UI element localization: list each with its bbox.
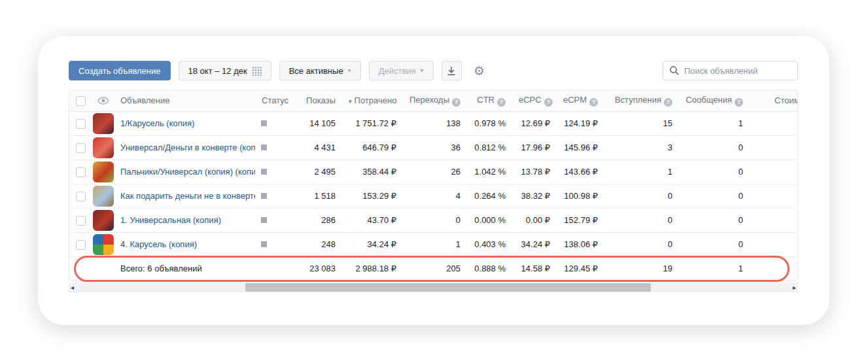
search-icon [669, 65, 680, 76]
total-spent: 2 988.18 ₽ [342, 256, 403, 280]
help-icon[interactable]: ? [589, 98, 598, 107]
chevron-down-icon: ▾ [348, 67, 351, 74]
row-checkbox[interactable] [76, 216, 86, 226]
status-stopped-icon [261, 193, 267, 199]
ad-name-link[interactable]: 4. Карусель (копия) [120, 239, 197, 249]
ad-table-row[interactable]: 1/Карусель (копия) 14 105 1 751.72 ₽ 138… [69, 111, 797, 135]
ad-name-link[interactable]: Как подарить деньги не в конверте [120, 191, 255, 201]
column-header-cost-clipped[interactable]: Стоим [750, 90, 797, 111]
scroll-right-arrow-icon[interactable]: ▸ [793, 283, 796, 292]
table-header-row: Объявление Статус Показы ▾Потрачено Пере… [69, 90, 797, 111]
cell-shows: 286 [296, 208, 342, 232]
cell-joins: 15 [604, 111, 679, 135]
cell-clicks: 4 [403, 184, 467, 208]
column-header-ad[interactable]: Объявление [114, 90, 255, 111]
cell-spent: 358.44 ₽ [342, 160, 403, 184]
column-header-spent[interactable]: ▾Потрачено [342, 90, 403, 111]
ad-thumbnail[interactable] [93, 137, 114, 158]
ad-table-row[interactable]: Универсал/Деньги в конверте (копия) 4 43… [69, 135, 797, 160]
status-stopped-icon [261, 169, 267, 175]
cell-ctr: 0.264 % [467, 184, 512, 208]
cell-ecpm: 100.98 ₽ [557, 184, 604, 208]
export-button[interactable] [442, 61, 462, 80]
horizontal-scrollbar[interactable]: ◂ ▸ [69, 283, 798, 292]
status-stopped-icon [261, 120, 267, 126]
actions-label: Действия [379, 66, 416, 76]
cell-messages: 0 [679, 184, 750, 208]
scroll-left-arrow-icon[interactable]: ◂ [71, 283, 74, 292]
cell-ecpc: 17.96 ₽ [512, 135, 557, 160]
cell-shows: 14 105 [296, 111, 342, 135]
gear-icon: ⚙ [474, 65, 485, 77]
cell-clicks: 138 [403, 111, 467, 135]
cell-ecpm: 145.96 ₽ [557, 135, 604, 160]
cell-spent: 1 751.72 ₽ [342, 111, 403, 135]
row-checkbox[interactable] [76, 119, 86, 129]
ad-table-row[interactable]: Пальчики/Универсал (копия) (копия) 2 495… [69, 160, 797, 184]
create-ad-button[interactable]: Создать объявление [69, 61, 171, 80]
ad-table-row[interactable]: 1. Универсальная (копия) 286 43.70 ₽ 0 0… [69, 208, 797, 232]
row-checkbox[interactable] [76, 240, 86, 250]
search-input[interactable] [663, 61, 798, 80]
column-header-ecpc[interactable]: eCPC? [512, 90, 557, 111]
column-header-clicks[interactable]: Переходы? [403, 90, 467, 111]
help-icon[interactable]: ? [497, 98, 506, 107]
ads-table: Объявление Статус Показы ▾Потрачено Пере… [69, 90, 797, 280]
row-checkbox[interactable] [76, 192, 86, 201]
cell-joins: 1 [604, 160, 679, 184]
ad-name-link[interactable]: Пальчики/Универсал (копия) (копия) [120, 167, 255, 177]
cell-ecpc: 13.78 ₽ [512, 160, 557, 184]
ads-manager-card: Создать объявление 18 окт – 12 дек Все а… [38, 36, 829, 325]
help-icon[interactable]: ? [735, 98, 743, 107]
ad-name-link[interactable]: 1/Карусель (копия) [120, 118, 194, 128]
row-checkbox[interactable] [76, 167, 86, 177]
column-header-ecpm[interactable]: eCPM? [557, 90, 604, 111]
ad-thumbnail[interactable] [93, 234, 114, 255]
settings-button[interactable]: ⚙ [470, 61, 489, 80]
cell-ecpm: 138.06 ₽ [557, 232, 604, 256]
cell-ctr: 1.042 % [467, 160, 512, 184]
date-range-button[interactable]: 18 окт – 12 дек [179, 61, 271, 80]
total-clicks: 205 [403, 256, 467, 280]
column-header-joins[interactable]: Вступления? [604, 90, 679, 111]
ad-table-row[interactable]: Как подарить деньги не в конверте 1 518 … [69, 184, 797, 208]
column-header-status[interactable]: Статус [255, 90, 296, 111]
ad-thumbnail[interactable] [93, 186, 114, 207]
help-icon[interactable]: ? [544, 98, 553, 107]
status-stopped-icon [261, 241, 267, 247]
cell-joins: 3 [604, 135, 679, 160]
row-checkbox[interactable] [76, 143, 86, 153]
actions-dropdown[interactable]: Действия ▾ [369, 61, 434, 80]
ad-table-row[interactable]: 4. Карусель (копия) 248 34.24 ₽ 1 0.403 … [69, 232, 797, 256]
ad-thumbnail[interactable] [93, 210, 114, 231]
cell-clicks: 1 [403, 232, 467, 256]
scrollbar-thumb[interactable] [245, 283, 651, 292]
cell-ecpm: 124.19 ₽ [557, 111, 604, 135]
status-filter-dropdown[interactable]: Все активные ▾ [279, 61, 361, 80]
cell-shows: 1 518 [296, 184, 342, 208]
select-all-checkbox[interactable] [76, 96, 86, 106]
help-icon[interactable]: ? [664, 98, 672, 107]
cell-ecpc: 34.24 ₽ [512, 232, 557, 256]
download-icon [447, 66, 456, 76]
column-header-shows[interactable]: Показы [296, 90, 342, 111]
ad-name-link[interactable]: 1. Универсальная (копия) [120, 215, 221, 225]
calendar-dots-icon [252, 66, 262, 76]
ad-thumbnail[interactable] [93, 113, 114, 134]
visibility-eye-icon[interactable] [93, 97, 114, 105]
cell-joins: 0 [604, 232, 679, 256]
total-shows: 23 083 [296, 256, 342, 280]
column-header-ctr[interactable]: CTR? [467, 90, 512, 111]
cell-ctr: 0.978 % [467, 111, 512, 135]
ad-thumbnail[interactable] [93, 162, 114, 182]
status-stopped-icon [261, 217, 267, 223]
cell-shows: 4 431 [296, 135, 342, 160]
cell-messages: 0 [679, 232, 750, 256]
cell-clicks: 36 [403, 135, 467, 160]
toolbar: Создать объявление 18 окт – 12 дек Все а… [69, 61, 798, 80]
column-header-messages[interactable]: Сообщения? [679, 90, 750, 111]
help-icon[interactable]: ? [452, 98, 460, 107]
search-box [663, 61, 798, 80]
ad-name-link[interactable]: Универсал/Деньги в конверте (копия) [120, 143, 255, 152]
cell-clicks: 26 [403, 160, 467, 184]
